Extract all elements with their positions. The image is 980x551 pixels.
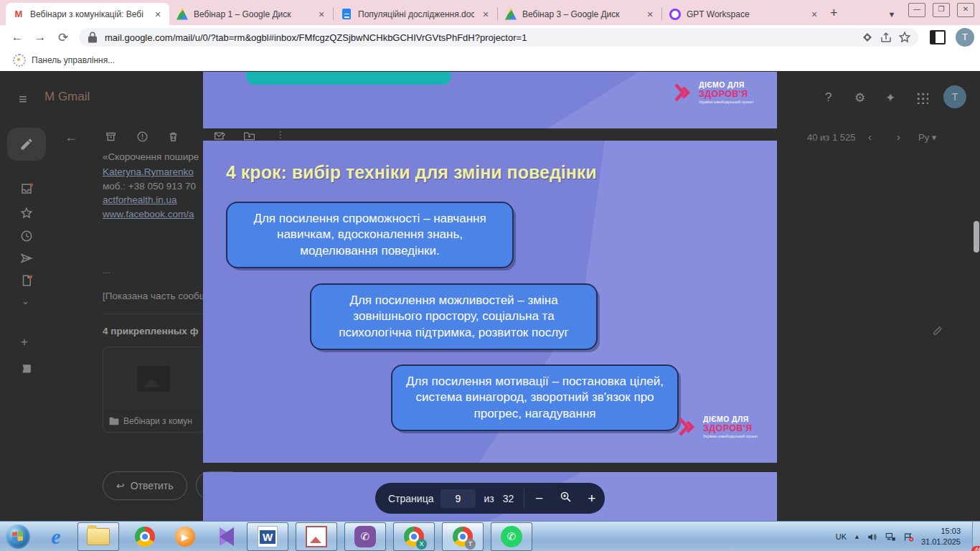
address-bar[interactable]: mail.google.com/mail/u/0/?tab=rm&ogbl#in… — [79, 28, 918, 47]
restore-button[interactable]: ❐ — [933, 3, 950, 17]
back-to-inbox-icon[interactable]: ← — [65, 130, 77, 145]
zoom-out-button[interactable]: − — [526, 491, 552, 507]
share-icon[interactable] — [880, 31, 892, 44]
tab-close-icon[interactable]: ✕ — [809, 9, 820, 20]
browser-profile-avatar[interactable]: T — [956, 28, 974, 47]
message-pagination: 40 из 1 525 — [807, 132, 855, 143]
tab-search-chevron-icon[interactable]: ▼ — [888, 10, 896, 19]
tab-webinar-1-drive[interactable]: Вебінар 1 – Google Диск ✕ — [169, 3, 333, 25]
action-center-flag-icon[interactable] — [903, 532, 914, 542]
more-labels-chevron-icon[interactable]: ⌄ — [22, 296, 29, 306]
compose-button[interactable] — [7, 128, 46, 161]
tab-close-icon[interactable]: ✕ — [152, 9, 164, 20]
volume-icon[interactable] — [867, 532, 878, 542]
newer-chevron-icon[interactable]: ‹ — [868, 131, 872, 143]
whatsapp-icon[interactable]: ✆ — [491, 522, 532, 551]
system-tray: UK ▲ 15:03 31.01.2025 — [836, 522, 980, 551]
kmplayer-icon[interactable] — [211, 522, 240, 551]
side-panel-icon[interactable] — [930, 30, 946, 44]
hamburger-menu-icon[interactable]: ≡ — [19, 91, 27, 108]
reload-icon[interactable]: ⟳ — [52, 30, 75, 45]
scrollbar-thumb[interactable] — [974, 221, 979, 253]
reply-arrow-icon: ↩ — [116, 480, 125, 491]
chrome-profile-x-icon[interactable]: X — [393, 522, 435, 551]
chrome-profile-t-icon[interactable]: T — [442, 522, 484, 551]
keyboard-language[interactable]: UK — [836, 532, 847, 541]
browser-toolbar: ← → ⟳ mail.google.com/mail/u/0/?tab=rm&o… — [0, 25, 980, 50]
zoom-tool-button[interactable] — [552, 491, 579, 507]
powerpoint-icon[interactable] — [296, 522, 337, 551]
chrome-icon[interactable] — [131, 522, 159, 551]
page-navigation-bar: Страница 9 из 32 − + — [375, 483, 605, 514]
close-button[interactable]: ✕ — [957, 3, 974, 17]
taskbar: e ▶ W ✆ 46 X T ✆ UK ▲ 15:03 31.01.2025 — [0, 521, 980, 551]
bookmark-star-icon[interactable] — [898, 31, 911, 44]
tab-close-icon[interactable]: ✕ — [644, 9, 656, 20]
snoozed-icon[interactable] — [20, 230, 33, 242]
sent-icon[interactable] — [20, 252, 33, 265]
input-language-selector[interactable]: Ру ▾ — [918, 132, 936, 143]
edit-icon[interactable] — [933, 324, 944, 336]
trimmed-content-icon[interactable]: ... — [103, 265, 110, 276]
tray-chevron-up-icon[interactable]: ▲ — [854, 533, 860, 540]
logo-line-2: ЗДОРОВ'Я — [703, 423, 758, 433]
brand-logo: ДІЄМО ДЛЯ ЗДОРОВ'Я Україно-швейцарський … — [674, 80, 753, 104]
back-icon[interactable]: ← — [6, 30, 29, 44]
slide-page-9: 4 крок: вибір техніки для зміни поведінк… — [203, 141, 777, 463]
media-player-icon[interactable]: ▶ — [171, 522, 199, 551]
preview-icon[interactable] — [861, 31, 874, 44]
tab-gpt-workspace[interactable]: GPT Workspace ✕ — [662, 3, 826, 25]
archive-icon[interactable] — [105, 131, 117, 143]
slide-title: 4 крок: вибір техніки для зміни поведінк… — [226, 162, 597, 183]
page-number-input[interactable]: 9 — [440, 489, 475, 508]
teal-title-box — [246, 72, 451, 85]
start-button[interactable] — [6, 524, 30, 549]
tray-time: 15:03 — [921, 526, 961, 537]
google-apps-grid-icon[interactable] — [916, 92, 928, 104]
starred-icon[interactable] — [20, 207, 33, 220]
settings-gear-icon[interactable]: ⚙ — [854, 90, 865, 105]
network-icon[interactable] — [885, 532, 896, 542]
file-explorer-icon[interactable] — [77, 522, 119, 551]
tab-close-icon[interactable]: ✕ — [316, 9, 327, 20]
viber-icon[interactable]: ✆ 46 — [344, 522, 386, 551]
drafts-icon[interactable] — [20, 274, 33, 287]
tab-title: GPT Workspace — [687, 9, 803, 19]
minimize-button[interactable]: — — [908, 3, 925, 17]
email-link[interactable]: Kateryna.Rymarenko — [103, 166, 194, 177]
tab-population-doc[interactable]: Популяційні дослідження.doc ✕ — [334, 3, 497, 25]
tab-webinar-3-drive[interactable]: Вебінар 3 – Google Диск ✕ — [498, 3, 661, 25]
brand-logo: ДІЄМО ДЛЯ ЗДОРОВ'Я Україно-швейцарський … — [678, 415, 758, 438]
folder-icon — [109, 417, 119, 425]
label-icon[interactable] — [20, 363, 32, 375]
clock[interactable]: 15:03 31.01.2025 — [921, 526, 961, 547]
attachment-card[interactable]: Вебінари з комун — [103, 347, 204, 433]
bookmark-control-panel[interactable]: Панель управління... — [32, 55, 115, 65]
internet-explorer-icon[interactable]: e — [42, 522, 70, 551]
url-text[interactable]: mail.google.com/mail/u/0/?tab=rm&ogbl#in… — [105, 32, 855, 43]
older-chevron-icon[interactable]: › — [897, 131, 900, 143]
logo-subtitle: Україно-швейцарський проєкт — [699, 100, 753, 104]
magnifier-plus-icon — [560, 491, 572, 503]
forward-icon[interactable]: → — [29, 30, 52, 44]
create-label-plus-icon[interactable]: + — [21, 335, 28, 349]
new-tab-button[interactable]: + — [830, 6, 838, 21]
help-icon[interactable]: ? — [825, 90, 831, 105]
zoom-in-button[interactable]: + — [578, 491, 605, 507]
report-spam-icon[interactable] — [136, 131, 149, 143]
tab-gmail-webinars[interactable]: M Вебінари з комунікацій: Вебі ✕ — [6, 3, 169, 25]
inbox-icon[interactable] — [20, 182, 33, 195]
delete-icon[interactable] — [167, 131, 179, 143]
logo-line-1: ДІЄМО ДЛЯ — [703, 415, 758, 423]
gemini-sparkle-icon[interactable]: ✦ — [885, 90, 895, 105]
slide-textbox-opportunity: Для посилення можливостей – зміна зовніш… — [310, 283, 598, 350]
email-link[interactable]: actforhealth.in.ua — [103, 194, 177, 205]
bookmark-favicon — [13, 54, 26, 67]
word-icon[interactable]: W — [247, 522, 288, 551]
gmail-account-avatar[interactable]: T — [943, 85, 966, 108]
email-link[interactable]: www.facebook.com/a — [103, 209, 194, 220]
tab-close-icon[interactable]: ✕ — [480, 9, 491, 20]
email-text-line: моб.: +38 050 913 70 — [103, 181, 196, 192]
reply-button[interactable]: ↩ Ответить — [103, 471, 187, 500]
tab-title: Вебінар 1 – Google Диск — [194, 9, 310, 19]
